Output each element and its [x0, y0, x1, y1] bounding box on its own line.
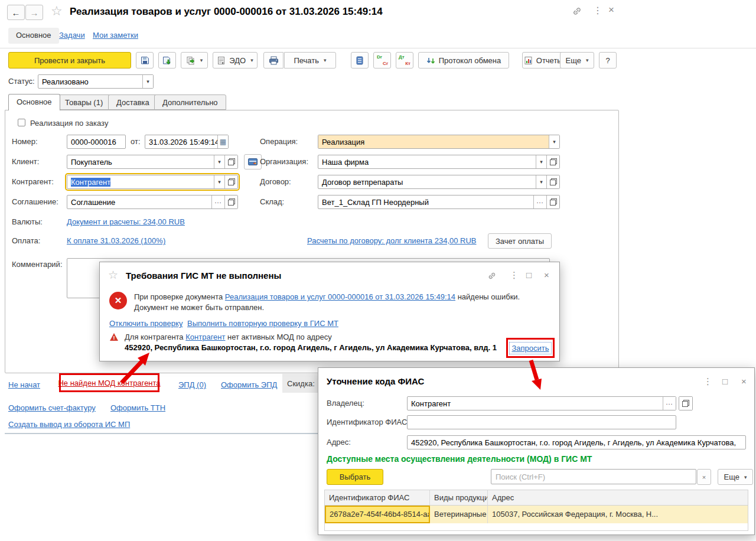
exchange-protocol-button[interactable]: Протокол обмена — [418, 52, 509, 69]
counterparty-open-button[interactable] — [224, 175, 237, 188]
counterparty-field[interactable]: Контрагент ▾ — [67, 175, 238, 189]
payment-link[interactable]: К оплате 31.03.2026 (100%) — [67, 236, 165, 245]
address-field[interactable]: 452920, Республика Башкортостан, г.о. го… — [407, 435, 746, 449]
fias-more-icon[interactable]: ⋮ — [703, 377, 712, 386]
post-and-close-label: Провести и закрыть — [34, 56, 105, 65]
fias-id-field[interactable] — [407, 415, 676, 429]
tab-delivery[interactable]: Доставка — [108, 94, 158, 110]
warehouse-field[interactable]: Вет_1_Склад ГП Неордерный ... — [318, 195, 560, 209]
client-dropdown-icon[interactable]: ▾ — [214, 155, 224, 168]
post-button[interactable] — [158, 52, 176, 69]
org-field[interactable]: Наша фирма ▾ — [318, 155, 560, 169]
loyalty-card-button[interactable] — [244, 154, 262, 170]
search-input[interactable] — [491, 469, 696, 484]
edo-button[interactable]: ЭДО — [213, 52, 258, 69]
number-field[interactable]: 0000-000016 — [67, 135, 126, 149]
recheck-link[interactable]: Выполнить повторную проверку в ГИС МТ — [187, 319, 338, 328]
agreement-open-button[interactable] — [224, 195, 237, 208]
fias-dialog: Уточнение кода ФИАС ⋮ □ × Владелец: Конт… — [318, 367, 755, 535]
date-prefix-label: от: — [131, 137, 141, 146]
owner-field[interactable]: Контрагент ... — [407, 396, 676, 410]
client-open-button[interactable] — [224, 155, 237, 168]
counterparty-dropdown-icon[interactable]: ▾ — [214, 175, 224, 188]
modal-star-icon[interactable]: ☆ — [108, 268, 118, 282]
print-icon-button[interactable] — [263, 52, 284, 69]
tab-main[interactable]: Основное — [8, 94, 60, 110]
warning-counterparty-link[interactable]: Контрагент — [185, 333, 225, 341]
date-field[interactable]: 31.03.2026 15:49:14 ▦ — [145, 135, 229, 149]
owner-choose-icon[interactable]: ... — [663, 397, 676, 410]
tab-goods[interactable]: Товары (1) — [57, 94, 111, 110]
dtkt-button[interactable]: Дт Кт — [396, 52, 413, 69]
settlements-link[interactable]: Расчеты по договору: долг клиента 234,00… — [307, 236, 477, 245]
address-label: Адрес: — [327, 438, 351, 447]
window-close-icon[interactable]: × — [608, 5, 614, 15]
post-and-close-button[interactable]: Провести и закрыть — [8, 52, 131, 69]
agreement-choose-icon[interactable]: ... — [211, 195, 224, 208]
invoice-link[interactable]: Оформить счет-фактуру — [8, 403, 96, 412]
org-dropdown-icon[interactable]: ▾ — [536, 155, 546, 168]
mod-not-found-link[interactable]: Не найден МОД контрагента — [58, 379, 160, 387]
create-based-on-button[interactable] — [181, 52, 208, 69]
cell-fias-id[interactable]: 2678a2e7-454f-46b4-8514-aabb07ab5e... — [325, 506, 430, 523]
warehouse-open-button[interactable] — [546, 195, 559, 208]
print-menu-button[interactable]: Печать — [284, 52, 336, 69]
col-address[interactable]: Адрес — [488, 490, 748, 506]
drcr-button[interactable]: Dr Cr — [373, 52, 391, 69]
favorite-star-icon[interactable]: ☆ — [51, 4, 63, 19]
currencies-link[interactable]: Документ и расчеты: 234,00 RUB — [67, 217, 185, 226]
owner-label: Владелец: — [327, 399, 364, 408]
status-dropdown-icon[interactable]: ▾ — [142, 75, 153, 88]
fias-maximize-icon[interactable]: □ — [722, 377, 728, 386]
tab-additional[interactable]: Дополнительно — [154, 94, 226, 110]
nav-main[interactable]: Основное — [8, 28, 59, 44]
help-button[interactable]: ? — [599, 52, 617, 69]
search-clear-button[interactable]: × — [697, 469, 711, 485]
status-select[interactable]: Реализовано ▾ — [38, 74, 154, 89]
operation-field[interactable]: Реализация ▾ — [318, 135, 560, 149]
modal-link-icon[interactable] — [487, 271, 497, 281]
org-open-button[interactable] — [546, 155, 559, 168]
owner-open-button[interactable] — [679, 396, 693, 410]
mod-table: Идентификатор ФИАС Виды продукции Адрес … — [324, 490, 748, 531]
forward-button[interactable]: → — [25, 5, 43, 20]
table-row[interactable]: 2678a2e7-454f-46b4-8514-aabb07ab5e... Ве… — [325, 506, 748, 523]
error-document-link[interactable]: Реализация товаров и услуг 0000-000016 о… — [225, 292, 455, 301]
disable-check-link[interactable]: Отключить проверку — [109, 319, 183, 328]
epd-link[interactable]: ЭПД (0) — [178, 380, 206, 389]
contract-dropdown-icon[interactable]: ▾ — [536, 175, 546, 188]
get-link-icon[interactable] — [572, 6, 582, 17]
save-button[interactable] — [136, 52, 154, 69]
nav-notes[interactable]: Мои заметки — [93, 31, 138, 40]
modal-maximize-icon[interactable]: □ — [526, 270, 532, 280]
warehouse-choose-icon[interactable]: ... — [533, 195, 546, 208]
back-button[interactable]: ← — [7, 5, 25, 20]
ttn-link[interactable]: Оформить ТТН — [110, 403, 165, 412]
modal-close-icon[interactable]: × — [544, 270, 549, 280]
register-records-button[interactable] — [351, 52, 369, 69]
fias-close-icon[interactable]: × — [741, 377, 747, 386]
order-checkbox[interactable] — [18, 119, 25, 126]
make-epd-link[interactable]: Оформить ЭПД — [221, 380, 277, 389]
request-link[interactable]: Запросить — [509, 342, 551, 354]
nav-tasks[interactable]: Задачи — [59, 31, 85, 40]
not-started-link[interactable]: Не начат — [8, 380, 40, 389]
withdrawal-link[interactable]: Создать вывод из оборота ИС МП — [8, 420, 130, 429]
calendar-icon[interactable]: ▦ — [217, 135, 228, 148]
client-field[interactable]: Покупатель ▾ — [67, 155, 238, 169]
col-fias-id[interactable]: Идентификатор ФИАС — [325, 490, 430, 506]
offset-payment-button[interactable]: Зачет оплаты — [488, 233, 552, 249]
col-product-types[interactable]: Виды продукции — [430, 490, 488, 506]
select-button[interactable]: Выбрать — [327, 469, 383, 485]
cell-product-types[interactable]: Ветеринарные пре... — [430, 506, 488, 523]
contract-field[interactable]: Договор ветпрепараты ▾ — [318, 175, 560, 189]
contract-open-button[interactable] — [546, 175, 559, 188]
window-more-icon[interactable]: ⋮ — [593, 6, 602, 15]
operation-dropdown-icon[interactable]: ▾ — [549, 135, 559, 148]
toolbar-more-button[interactable]: Еще — [560, 52, 594, 69]
cell-address[interactable]: 105037, Российская Федерация, г. Москва,… — [488, 506, 748, 523]
agreement-field[interactable]: Соглашение ... — [67, 195, 238, 209]
fias-more-button[interactable]: Еще — [718, 469, 753, 485]
copy-docs-icon — [186, 56, 195, 65]
modal-more-icon[interactable]: ⋮ — [510, 270, 519, 280]
